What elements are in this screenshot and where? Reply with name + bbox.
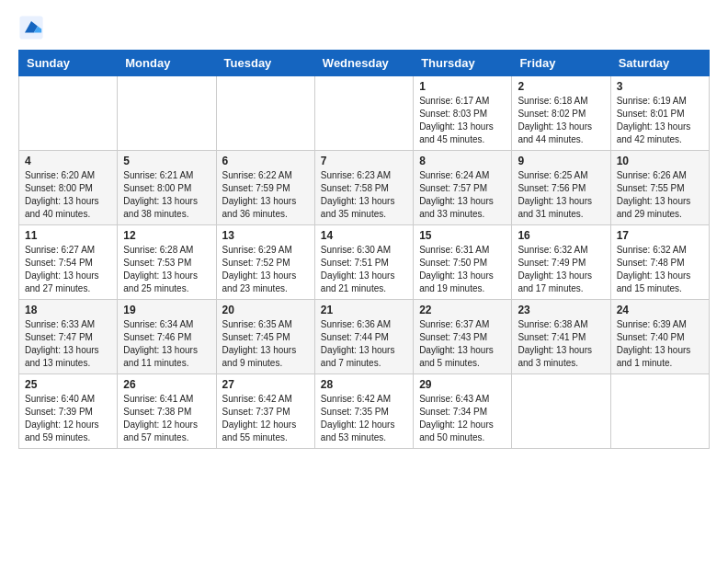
day-number: 6	[222, 155, 309, 167]
day-info: Sunrise: 6:18 AM Sunset: 8:02 PM Dayligh…	[518, 95, 604, 146]
day-number: 8	[419, 155, 506, 167]
day-number: 25	[25, 378, 111, 391]
day-info: Sunrise: 6:42 AM Sunset: 7:35 PM Dayligh…	[321, 393, 407, 444]
calendar-week-row: 11Sunrise: 6:27 AM Sunset: 7:54 PM Dayli…	[19, 225, 710, 300]
header	[18, 15, 710, 40]
calendar-day-4: 4Sunrise: 6:20 AM Sunset: 8:00 PM Daylig…	[19, 151, 118, 225]
day-info: Sunrise: 6:21 AM Sunset: 8:00 PM Dayligh…	[123, 169, 210, 221]
calendar-day-18: 18Sunrise: 6:33 AM Sunset: 7:47 PM Dayli…	[19, 300, 118, 374]
day-info: Sunrise: 6:34 AM Sunset: 7:46 PM Dayligh…	[123, 318, 210, 370]
calendar-day-2: 2Sunrise: 6:18 AM Sunset: 8:02 PM Daylig…	[512, 76, 610, 151]
day-info: Sunrise: 6:29 AM Sunset: 7:52 PM Dayligh…	[222, 244, 309, 295]
calendar-day-10: 10Sunrise: 6:26 AM Sunset: 7:55 PM Dayli…	[610, 151, 709, 225]
day-number: 26	[123, 378, 210, 391]
day-info: Sunrise: 6:36 AM Sunset: 7:44 PM Dayligh…	[321, 318, 407, 370]
day-number: 3	[617, 80, 703, 93]
day-info: Sunrise: 6:27 AM Sunset: 7:54 PM Dayligh…	[25, 244, 111, 295]
day-info: Sunrise: 6:17 AM Sunset: 8:03 PM Dayligh…	[419, 95, 506, 146]
calendar-week-row: 4Sunrise: 6:20 AM Sunset: 8:00 PM Daylig…	[19, 151, 710, 225]
day-number: 23	[518, 304, 604, 316]
calendar-empty-cell	[118, 76, 216, 151]
weekday-header-saturday: Saturday	[610, 51, 709, 76]
calendar-table: SundayMondayTuesdayWednesdayThursdayFrid…	[18, 50, 710, 449]
logo	[18, 15, 48, 40]
calendar-day-8: 8Sunrise: 6:24 AM Sunset: 7:57 PM Daylig…	[414, 151, 512, 225]
calendar-day-14: 14Sunrise: 6:30 AM Sunset: 7:51 PM Dayli…	[314, 225, 413, 300]
day-number: 20	[222, 304, 309, 316]
calendar-header-row: SundayMondayTuesdayWednesdayThursdayFrid…	[19, 51, 710, 76]
logo-icon	[18, 15, 44, 40]
calendar-week-row: 1Sunrise: 6:17 AM Sunset: 8:03 PM Daylig…	[19, 76, 710, 151]
day-number: 17	[617, 229, 703, 242]
day-info: Sunrise: 6:35 AM Sunset: 7:45 PM Dayligh…	[222, 318, 309, 370]
day-info: Sunrise: 6:22 AM Sunset: 7:59 PM Dayligh…	[222, 169, 309, 221]
day-number: 19	[123, 304, 210, 316]
calendar-day-19: 19Sunrise: 6:34 AM Sunset: 7:46 PM Dayli…	[118, 300, 216, 374]
calendar-day-24: 24Sunrise: 6:39 AM Sunset: 7:40 PM Dayli…	[610, 300, 709, 374]
weekday-header-thursday: Thursday	[414, 51, 512, 76]
day-number: 11	[25, 229, 111, 242]
day-number: 1	[419, 80, 506, 93]
calendar-day-17: 17Sunrise: 6:32 AM Sunset: 7:48 PM Dayli…	[610, 225, 709, 300]
calendar-day-28: 28Sunrise: 6:42 AM Sunset: 7:35 PM Dayli…	[314, 374, 413, 449]
day-info: Sunrise: 6:41 AM Sunset: 7:38 PM Dayligh…	[123, 393, 210, 444]
day-number: 4	[25, 155, 111, 167]
weekday-header-wednesday: Wednesday	[314, 51, 413, 76]
day-number: 13	[222, 229, 309, 242]
day-number: 7	[321, 155, 407, 167]
calendar-day-3: 3Sunrise: 6:19 AM Sunset: 8:01 PM Daylig…	[610, 76, 709, 151]
calendar-day-6: 6Sunrise: 6:22 AM Sunset: 7:59 PM Daylig…	[216, 151, 314, 225]
calendar-day-9: 9Sunrise: 6:25 AM Sunset: 7:56 PM Daylig…	[512, 151, 610, 225]
day-number: 28	[321, 378, 407, 391]
day-info: Sunrise: 6:23 AM Sunset: 7:58 PM Dayligh…	[321, 169, 407, 221]
day-info: Sunrise: 6:20 AM Sunset: 8:00 PM Dayligh…	[25, 169, 111, 221]
day-info: Sunrise: 6:19 AM Sunset: 8:01 PM Dayligh…	[617, 95, 703, 146]
calendar-day-21: 21Sunrise: 6:36 AM Sunset: 7:44 PM Dayli…	[314, 300, 413, 374]
day-info: Sunrise: 6:33 AM Sunset: 7:47 PM Dayligh…	[25, 318, 111, 370]
calendar-empty-cell	[512, 374, 610, 449]
calendar-day-5: 5Sunrise: 6:21 AM Sunset: 8:00 PM Daylig…	[118, 151, 216, 225]
calendar-day-25: 25Sunrise: 6:40 AM Sunset: 7:39 PM Dayli…	[19, 374, 118, 449]
day-info: Sunrise: 6:42 AM Sunset: 7:37 PM Dayligh…	[222, 393, 309, 444]
day-info: Sunrise: 6:32 AM Sunset: 7:49 PM Dayligh…	[518, 244, 604, 295]
day-number: 10	[617, 155, 703, 167]
day-number: 14	[321, 229, 407, 242]
calendar-day-27: 27Sunrise: 6:42 AM Sunset: 7:37 PM Dayli…	[216, 374, 314, 449]
day-number: 24	[617, 304, 703, 316]
day-number: 2	[518, 80, 604, 93]
day-number: 27	[222, 378, 309, 391]
calendar-empty-cell	[216, 76, 314, 151]
day-number: 9	[518, 155, 604, 167]
calendar-day-22: 22Sunrise: 6:37 AM Sunset: 7:43 PM Dayli…	[414, 300, 512, 374]
calendar-day-11: 11Sunrise: 6:27 AM Sunset: 7:54 PM Dayli…	[19, 225, 118, 300]
day-info: Sunrise: 6:24 AM Sunset: 7:57 PM Dayligh…	[419, 169, 506, 221]
calendar-day-13: 13Sunrise: 6:29 AM Sunset: 7:52 PM Dayli…	[216, 225, 314, 300]
calendar-day-7: 7Sunrise: 6:23 AM Sunset: 7:58 PM Daylig…	[314, 151, 413, 225]
day-info: Sunrise: 6:40 AM Sunset: 7:39 PM Dayligh…	[25, 393, 111, 444]
weekday-header-monday: Monday	[118, 51, 216, 76]
calendar-day-15: 15Sunrise: 6:31 AM Sunset: 7:50 PM Dayli…	[414, 225, 512, 300]
weekday-header-tuesday: Tuesday	[216, 51, 314, 76]
calendar-empty-cell	[314, 76, 413, 151]
calendar-day-1: 1Sunrise: 6:17 AM Sunset: 8:03 PM Daylig…	[414, 76, 512, 151]
day-number: 15	[419, 229, 506, 242]
day-info: Sunrise: 6:30 AM Sunset: 7:51 PM Dayligh…	[321, 244, 407, 295]
calendar-day-12: 12Sunrise: 6:28 AM Sunset: 7:53 PM Dayli…	[118, 225, 216, 300]
calendar-day-16: 16Sunrise: 6:32 AM Sunset: 7:49 PM Dayli…	[512, 225, 610, 300]
calendar-day-26: 26Sunrise: 6:41 AM Sunset: 7:38 PM Dayli…	[118, 374, 216, 449]
day-info: Sunrise: 6:32 AM Sunset: 7:48 PM Dayligh…	[617, 244, 703, 295]
weekday-header-friday: Friday	[512, 51, 610, 76]
day-info: Sunrise: 6:26 AM Sunset: 7:55 PM Dayligh…	[617, 169, 703, 221]
weekday-header-sunday: Sunday	[19, 51, 118, 76]
day-info: Sunrise: 6:25 AM Sunset: 7:56 PM Dayligh…	[518, 169, 604, 221]
day-info: Sunrise: 6:38 AM Sunset: 7:41 PM Dayligh…	[518, 318, 604, 370]
calendar-empty-cell	[610, 374, 709, 449]
day-info: Sunrise: 6:31 AM Sunset: 7:50 PM Dayligh…	[419, 244, 506, 295]
calendar-empty-cell	[19, 76, 118, 151]
calendar-day-23: 23Sunrise: 6:38 AM Sunset: 7:41 PM Dayli…	[512, 300, 610, 374]
day-info: Sunrise: 6:43 AM Sunset: 7:34 PM Dayligh…	[419, 393, 506, 444]
calendar-day-29: 29Sunrise: 6:43 AM Sunset: 7:34 PM Dayli…	[414, 374, 512, 449]
day-number: 5	[123, 155, 210, 167]
day-info: Sunrise: 6:37 AM Sunset: 7:43 PM Dayligh…	[419, 318, 506, 370]
day-number: 21	[321, 304, 407, 316]
